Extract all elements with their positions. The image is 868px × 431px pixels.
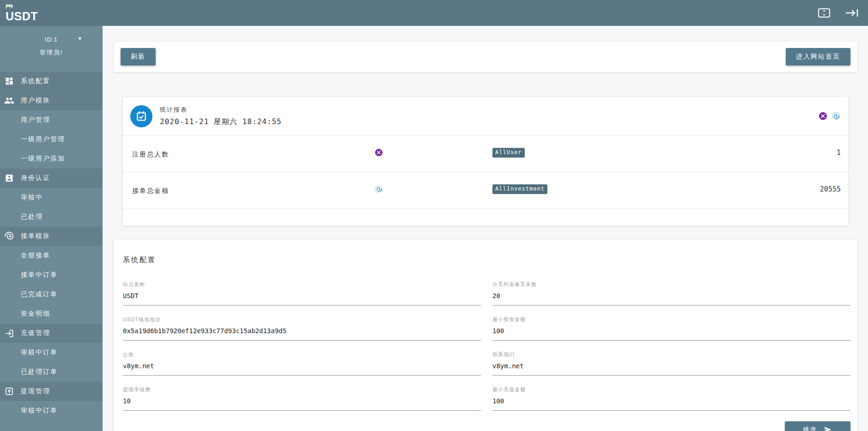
stats-row-label: 接单总金额 [132,187,169,195]
stats-row-label: 注册总人数 [132,150,169,159]
sidebar-item-orders-completed[interactable]: 已完成订单 [0,285,103,304]
config-fields: 站点名称 分页列表每页条数 USDT钱包地址 最小投资金额 公告 [123,277,850,418]
globe-purple-icon [375,149,382,156]
send-icon [823,425,832,431]
stats-row-registered-users: 注册总人数 AllUser 1 [123,136,848,172]
sidebar-item-l1-user-manage[interactable]: 一级用户管理 [0,130,103,149]
site-name-input[interactable] [123,288,481,305]
field-site-name: 站点名称 [123,277,481,312]
sidebar: ID:1 ▼ 管理员! 系统配置 用户模块 用户管理 一级用户管理 [0,26,103,431]
stats-value: 20555 [820,185,841,193]
topbar: USDT [0,0,868,26]
chevron-down-icon[interactable]: ▼ [78,36,82,41]
homepage-button[interactable]: 进入网站首页 [786,48,850,66]
sidebar-menu: 系统配置 用户模块 用户管理 一级用户管理 一级用户添加 [0,72,103,420]
system-config-card: 系统配置 站点名称 分页列表每页条数 USDT钱包地址 最小投资金额 [114,240,857,431]
field-page-size: 分页列表每页条数 [492,277,850,312]
spiral-blue-icon [832,112,840,120]
globe-purple-icon [819,112,827,120]
broken-image-icon [6,4,38,10]
sidebar-item-order-module[interactable]: 接单模块 [0,227,103,246]
field-announcement: 公告 [123,347,481,383]
users-icon [4,95,15,106]
stats-header: 统计报表 2020-11-21 星期六 18:24:55 [123,97,848,136]
sidebar-item-recharge-reviewing[interactable]: 审核中订单 [0,343,103,362]
field-usdt-wallet: USDT钱包地址 [123,312,481,347]
withdraw-icon [4,386,15,397]
refresh-button[interactable]: 刷新 [121,48,156,66]
sidebar-item-recharge-manage[interactable]: 充值管理 [0,323,103,343]
announcement-input[interactable] [123,358,481,376]
fullscreen-icon[interactable] [817,6,831,20]
dashboard-icon [4,76,15,87]
sidebar-item-user-module[interactable]: 用户模块 [0,91,103,110]
user-id: ID:1 [0,36,103,43]
field-min-investment: 最小投资金额 [492,312,850,347]
field-contact-us: 联系我们 [492,347,850,383]
recharge-icon [4,328,15,339]
min-investment-input[interactable] [492,323,850,341]
contact-us-input[interactable] [492,358,850,376]
stats-card: 统计报表 2020-11-21 星期六 18:24:55 注册总人数 [123,97,848,226]
sidebar-item-withdraw-reviewing[interactable]: 审核中订单 [0,401,103,420]
calendar-check-icon [130,105,152,127]
sidebar-item-user-manage[interactable]: 用户管理 [0,110,103,130]
sidebar-item-system-config[interactable]: 系统配置 [0,72,103,91]
sidebar-item-withdraw-manage[interactable]: 提现管理 [0,382,103,401]
sidebar-item-orders-in-progress[interactable]: 接单中订单 [0,265,103,285]
field-min-recharge: 最小充值金额 [492,383,850,418]
stats-row-total-investment: 接单总金额 AllInvestment 20555 [123,172,848,209]
sidebar-item-processed[interactable]: 已处理 [0,207,103,227]
stats-badge: AllUser [492,148,525,157]
page-size-input[interactable] [492,288,850,305]
stats-badge: AllInvestment [492,184,547,194]
user-role: 管理员! [0,48,103,57]
sidebar-item-l1-user-add[interactable]: 一级用户添加 [0,149,103,168]
main-content: 刷新 进入网站首页 统计报表 2020-11-21 星期六 18:24:55 [103,26,868,431]
spiral-icon [4,231,15,242]
stats-datetime: 2020-11-21 星期六 18:24:55 [160,117,282,127]
spiral-blue-icon [375,186,382,193]
min-recharge-input[interactable] [492,393,850,411]
config-title: 系统配置 [123,256,850,264]
id-badge-icon [4,173,15,184]
sidebar-item-reviewing[interactable]: 审核中 [0,188,103,207]
withdraw-fee-input[interactable] [123,393,481,411]
brand-title: USDT [6,11,38,22]
stats-value: 1 [837,149,841,157]
usdt-wallet-input[interactable] [123,323,481,341]
brand: USDT [6,4,38,22]
sidebar-item-identity-auth[interactable]: 身份认证 [0,168,103,188]
toolbar-card: 刷新 进入网站首页 [114,42,857,72]
stats-title: 统计报表 [160,106,282,114]
modify-button[interactable]: 修改 [785,421,850,431]
sidebar-item-recharge-processed[interactable]: 已处理订单 [0,362,103,382]
sidebar-user-panel: ID:1 ▼ 管理员! [0,26,103,60]
logout-icon[interactable] [845,6,859,20]
sidebar-item-all-orders[interactable]: 全部接单 [0,246,103,265]
field-withdraw-fee: 提现手续费 [123,383,481,418]
sidebar-item-fund-details[interactable]: 资金明细 [0,304,103,323]
